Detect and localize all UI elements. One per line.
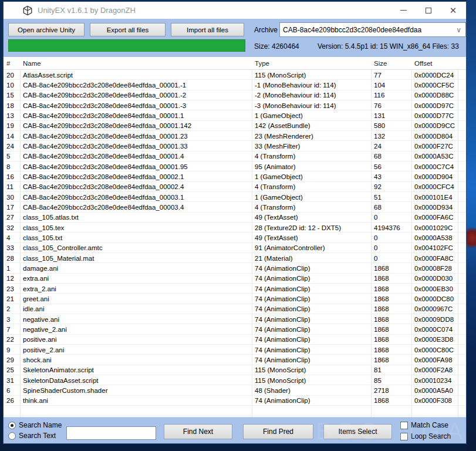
toolbar: Open archive Unity Export all files Impo… [4,19,466,57]
table-row[interactable]: 3negative.ani74 (AnimationClip)18680x000… [4,314,466,324]
table-cell: 43 [371,173,411,180]
table-row[interactable]: 20AtlasAsset.script115 (MonoScript)770x0… [4,70,466,80]
table-row[interactable]: 29shock.ani74 (AnimationClip)18680x0000F… [4,355,466,365]
table-row[interactable]: 25SkeletonAnimator.script115 (MonoScript… [4,365,466,375]
table-cell: 5 [4,153,20,160]
table-cell: CAB-8ac4e209bbcc2d3c208e0dee84edfdaa_000… [20,173,252,180]
radio-button-icon[interactable] [8,422,16,429]
table-cell: 0x0000CF5C [411,82,458,89]
column-header-name[interactable]: Name [20,60,252,67]
maximize-button[interactable] [416,2,441,19]
column-header-offset[interactable]: Offset [411,60,458,67]
import-all-files-button[interactable]: Import all files [171,23,244,36]
table-row[interactable]: 24CAB-8ac4e209bbcc2d3c208e0dee84edfdaa_0… [4,141,466,151]
table-row[interactable]: 18CAB-8ac4e209bbcc2d3c208e0dee84edfdaa_0… [4,100,466,110]
table-row[interactable]: 8CAB-8ac4e209bbcc2d3c208e0dee84edfdaa_00… [4,161,466,171]
match-case-checkbox[interactable]: Match Case [400,421,448,429]
loop-search-checkbox[interactable]: Loop Search [400,432,451,440]
table-cell: 24 [371,143,411,150]
column-header-type[interactable]: Type [252,60,371,67]
table-row[interactable]: 4class_105.txt49 (TextAsset)00x0000A538 [4,233,466,243]
table-cell: 74 (AnimationClip) [252,285,371,292]
table-cell: 33 [4,244,20,251]
column-header-size[interactable]: Size [371,60,411,67]
table-cell: 85 [371,377,411,384]
table-cell: 1868 [371,336,411,343]
table-row[interactable]: 17CAB-8ac4e209bbcc2d3c208e0dee84edfdaa_0… [4,202,466,212]
table-row[interactable]: 1damage.ani74 (AnimationClip)18680x00008… [4,263,466,273]
table-row[interactable]: 27class_105.atlas.txt49 (TextAsset)00x00… [4,213,466,223]
table-cell: 0x0000DC80 [411,295,458,302]
search-input[interactable] [66,426,156,440]
table-cell: 28 (Texture2D id: 12 - DXT5) [252,224,371,231]
table-cell: 81 [371,366,411,373]
table-cell: 0x0000FA6C [411,214,458,221]
table-row[interactable]: 10CAB-8ac4e209bbcc2d3c208e0dee84edfdaa_0… [4,80,466,90]
table-row[interactable]: 33class_105_Controller.amtc91 (AnimatorC… [4,243,466,253]
items-select-button[interactable]: Items Select [323,424,392,439]
table-row[interactable]: 13CAB-8ac4e209bbcc2d3c208e0dee84edfdaa_0… [4,110,466,120]
table-cell: 8 [4,163,20,170]
table-cell: 115 (MonoScript) [252,377,371,384]
search-text-label: Search Text [19,432,56,440]
find-next-button[interactable]: Find Next [164,424,232,439]
table-row[interactable]: 28class_105_Material.mat21 (Material)00x… [4,253,466,263]
table-cell: 0x00008F28 [411,265,458,272]
table-cell: class_105_Material.mat [20,255,252,262]
table-row[interactable]: 19CAB-8ac4e209bbcc2d3c208e0dee84edfdaa_0… [4,121,466,131]
table-cell: CAB-8ac4e209bbcc2d3c208e0dee84edfdaa_000… [20,183,252,190]
table-cell: 51 [371,194,411,201]
column-header-num[interactable]: # [4,60,20,67]
table-row[interactable]: 23extra_2.ani74 (AnimationClip)18680x000… [4,284,466,294]
table-cell: 116 [371,92,411,99]
table-row[interactable]: 12extra.ani74 (AnimationClip)18680x0000D… [4,274,466,284]
table-cell: 0x0000967C [411,305,458,312]
open-archive-button[interactable]: Open archive Unity [8,23,85,36]
table-cell: 0x0000D9CC [411,122,458,129]
table-row[interactable]: 22positive.ani74 (AnimationClip)18680x00… [4,335,466,345]
table-row[interactable]: 21greet.ani74 (AnimationClip)18680x0000D… [4,294,466,304]
table-cell: 6 [4,387,20,394]
title-bar[interactable]: UnityEX v1.6.1 by DragonZH ✕ [4,2,466,19]
table-cell: 0x0000EB30 [411,285,458,292]
table-row[interactable]: 9positive_2.ani74 (AnimationClip)18680x0… [4,345,466,355]
table-row[interactable]: 14CAB-8ac4e209bbcc2d3c208e0dee84edfdaa_0… [4,131,466,141]
table-cell: damage.ani [20,265,252,272]
table-cell: 92 [371,183,411,190]
radio-button-icon[interactable] [8,432,16,440]
table-cell: 30 [4,194,20,201]
table-row[interactable]: 7negative_2.ani74 (AnimationClip)18680x0… [4,324,466,334]
table-row[interactable]: 16CAB-8ac4e209bbcc2d3c208e0dee84edfdaa_0… [4,171,466,181]
table-row[interactable]: 31SkeletonDataAsset.script115 (MonoScrip… [4,375,466,385]
archive-dropdown[interactable]: CAB-8ac4e209bbcc2d3c208e0dee84edfdaa ∨ [279,22,466,37]
table-row[interactable]: 6SpineShaderCustom.shader48 (Shader)2718… [4,385,466,395]
checkbox-icon[interactable] [400,422,408,429]
find-pred-button[interactable]: Find Pred [243,424,313,439]
minimize-button[interactable] [390,2,416,19]
table-cell: CAB-8ac4e209bbcc2d3c208e0dee84edfdaa_000… [20,112,252,119]
table-row[interactable]: 11CAB-8ac4e209bbcc2d3c208e0dee84edfdaa_0… [4,182,466,192]
table-cell: 142 (AssetBundle) [252,122,371,129]
table-cell: 74 (AnimationClip) [252,305,371,312]
table-cell: 10 [4,82,20,89]
table-row[interactable]: 26think.ani74 (AnimationClip)18680x0000F… [4,396,466,406]
table-row[interactable]: 5CAB-8ac4e209bbcc2d3c208e0dee84edfdaa_00… [4,152,466,161]
table-row[interactable]: 30CAB-8ac4e209bbcc2d3c208e0dee84edfdaa_0… [4,192,466,202]
export-all-files-button[interactable]: Export all files [90,23,166,36]
table-cell: 14 [4,133,20,140]
search-text-radio[interactable]: Search Text [8,432,56,440]
table-cell: 0x004102FC [411,244,458,251]
table-row[interactable]: 15CAB-8ac4e209bbcc2d3c208e0dee84edfdaa_0… [4,90,466,100]
table-cell: 49 (TextAsset) [252,234,371,241]
table-row[interactable]: 32class_105.tex28 (Texture2D id: 12 - DX… [4,223,466,233]
unityex-window: UnityEX v1.6.1 by DragonZH ✕ Open archiv… [3,1,467,444]
table-cell: 1868 [371,326,411,333]
table-cell: 26 [4,397,20,404]
table-cell: CAB-8ac4e209bbcc2d3c208e0dee84edfdaa_000… [20,102,252,109]
chevron-down-icon[interactable]: ∨ [456,26,461,34]
table-cell: 0 [371,234,411,241]
search-name-radio[interactable]: Search Name [8,421,62,429]
table-row[interactable]: 2idle.ani74 (AnimationClip)18680x0000967… [4,304,466,314]
checkbox-icon[interactable] [400,433,408,440]
close-button[interactable]: ✕ [440,2,466,19]
